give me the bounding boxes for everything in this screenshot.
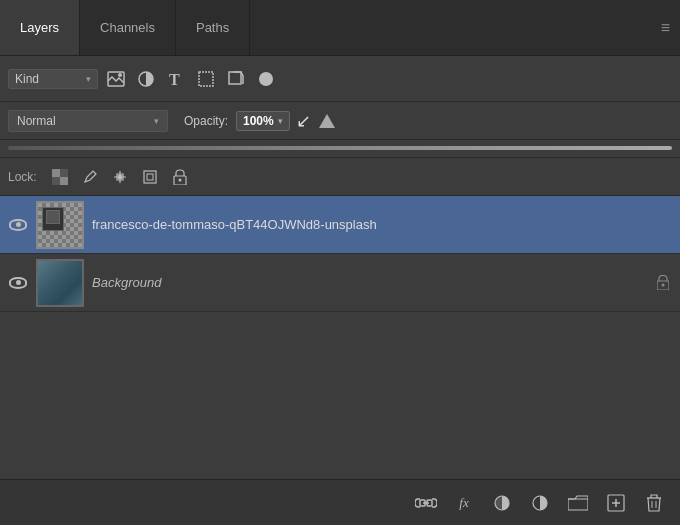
fx-icon: fx bbox=[459, 495, 468, 511]
cursor-icon: ↙ bbox=[296, 110, 311, 132]
svg-text:T: T bbox=[169, 71, 180, 87]
svg-rect-7 bbox=[52, 169, 60, 177]
thumbnail-photo bbox=[38, 261, 82, 305]
opacity-area: 100% ▾ ↙ bbox=[236, 110, 335, 132]
layer-name: francesco-de-tommaso-qBT44OJWNd8-unsplas… bbox=[92, 217, 672, 232]
eye-icon bbox=[9, 277, 27, 289]
layers-list: francesco-de-tommaso-qBT44OJWNd8-unsplas… bbox=[0, 196, 680, 479]
blend-opacity-row: Normal ▾ Opacity: 100% ▾ ↙ bbox=[0, 102, 680, 140]
lock-image-pixels-btn[interactable] bbox=[79, 166, 101, 188]
layer-item[interactable]: francesco-de-tommaso-qBT44OJWNd8-unsplas… bbox=[0, 196, 680, 254]
opacity-arrow: ▾ bbox=[278, 116, 283, 126]
layer-visibility-toggle[interactable] bbox=[8, 215, 28, 235]
svg-rect-5 bbox=[229, 72, 241, 84]
svg-point-14 bbox=[178, 178, 181, 181]
add-layer-style-btn[interactable]: fx bbox=[450, 489, 478, 517]
svg-rect-4 bbox=[199, 72, 213, 86]
text-filter-icon[interactable]: T bbox=[164, 67, 188, 91]
layer-thumbnail bbox=[36, 201, 84, 249]
create-adjustment-btn[interactable] bbox=[526, 489, 554, 517]
circle-filter-icon[interactable] bbox=[254, 67, 278, 91]
kind-dropdown-arrow: ▾ bbox=[86, 74, 91, 84]
layers-panel: Layers Channels Paths ≡ Kind ▾ bbox=[0, 0, 680, 525]
lock-row: Lock: bbox=[0, 158, 680, 196]
svg-rect-9 bbox=[60, 169, 68, 177]
lock-artboard-btn[interactable] bbox=[139, 166, 161, 188]
opacity-label: Opacity: bbox=[184, 114, 228, 128]
svg-point-1 bbox=[118, 73, 122, 77]
bottom-toolbar: fx bbox=[0, 479, 680, 525]
thumbnail-inner bbox=[42, 207, 64, 231]
smart-filter-icon[interactable] bbox=[224, 67, 248, 91]
image-filter-icon[interactable] bbox=[104, 67, 128, 91]
opacity-value[interactable]: 100% ▾ bbox=[236, 111, 290, 131]
add-layer-mask-btn[interactable] bbox=[488, 489, 516, 517]
svg-rect-12 bbox=[147, 174, 153, 180]
layer-visibility-toggle[interactable] bbox=[8, 273, 28, 293]
svg-rect-11 bbox=[144, 171, 156, 183]
tab-layers[interactable]: Layers bbox=[0, 0, 80, 55]
blend-mode-arrow: ▾ bbox=[154, 116, 159, 126]
link-layers-btn[interactable] bbox=[412, 489, 440, 517]
lock-position-btn[interactable] bbox=[109, 166, 131, 188]
svg-rect-18 bbox=[427, 500, 432, 506]
create-new-layer-btn[interactable] bbox=[602, 489, 630, 517]
kind-dropdown[interactable]: Kind ▾ bbox=[8, 69, 98, 89]
blend-mode-dropdown[interactable]: Normal ▾ bbox=[8, 110, 168, 132]
tab-channels[interactable]: Channels bbox=[80, 0, 176, 55]
lock-label: Lock: bbox=[8, 170, 37, 184]
svg-rect-17 bbox=[420, 500, 425, 506]
svg-rect-10 bbox=[52, 177, 60, 185]
svg-point-6 bbox=[259, 72, 273, 86]
layer-name: Background bbox=[92, 275, 646, 290]
lock-transparency-btn[interactable] bbox=[49, 166, 71, 188]
filter-toolbar: Kind ▾ T bbox=[0, 56, 680, 102]
tab-bar: Layers Channels Paths ≡ bbox=[0, 0, 680, 56]
panel-menu-icon[interactable]: ≡ bbox=[661, 19, 670, 37]
delete-layer-btn[interactable] bbox=[640, 489, 668, 517]
layer-thumbnail bbox=[36, 259, 84, 307]
opacity-triangle bbox=[319, 114, 335, 128]
create-group-btn[interactable] bbox=[564, 489, 592, 517]
adjustment-filter-icon[interactable] bbox=[134, 67, 158, 91]
lock-all-btn[interactable] bbox=[169, 166, 191, 188]
layer-lock-icon bbox=[654, 273, 672, 293]
tab-paths[interactable]: Paths bbox=[176, 0, 250, 55]
eye-icon bbox=[9, 219, 27, 231]
svg-rect-8 bbox=[60, 177, 68, 185]
svg-point-16 bbox=[662, 284, 665, 287]
opacity-slider-track[interactable] bbox=[8, 146, 672, 150]
layer-item[interactable]: Background bbox=[0, 254, 680, 312]
opacity-slider-row bbox=[0, 140, 680, 158]
shape-filter-icon[interactable] bbox=[194, 67, 218, 91]
